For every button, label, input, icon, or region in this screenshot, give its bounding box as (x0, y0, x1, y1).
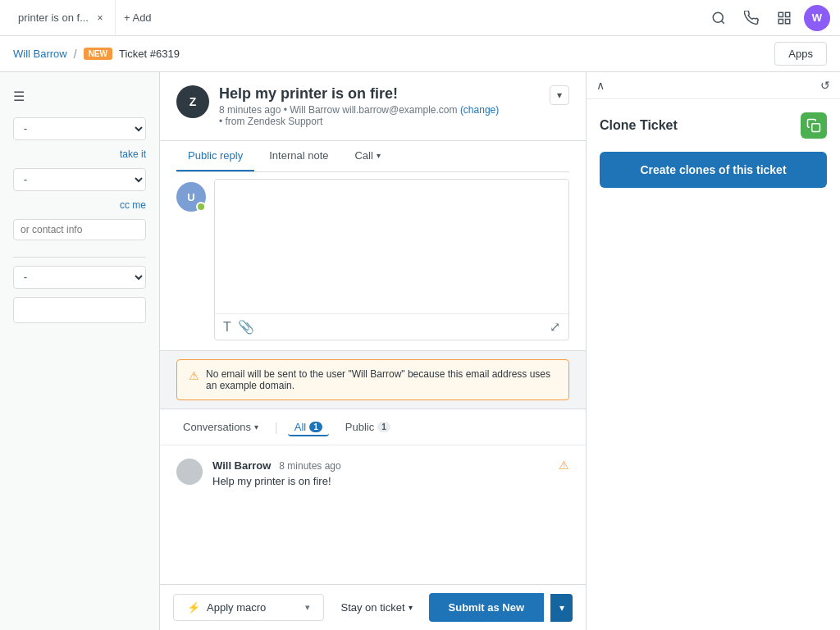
grid-button[interactable] (771, 5, 797, 31)
ticket-email: will.barrow@example.com (342, 104, 457, 116)
text-format-icon[interactable]: T (223, 320, 231, 335)
panel-app-icon (801, 112, 827, 139)
tab-public-reply[interactable]: Public reply (176, 141, 254, 171)
message-dropdown-button[interactable]: ▾ (550, 85, 569, 105)
warning-box: ⚠ No email will be sent to the user "Wil… (176, 359, 569, 400)
tab-internal-note-label: Internal note (269, 149, 328, 162)
conversations-chevron: ▾ (254, 422, 258, 431)
create-clones-button[interactable]: Create clones of this ticket (600, 152, 827, 188)
stay-chevron-icon: ▾ (409, 603, 413, 612)
avatar-initials: W (812, 11, 822, 24)
active-tab[interactable]: printer is on f... × (10, 0, 116, 36)
conv-message-text: Help my printer is on fire! (212, 475, 549, 487)
svg-rect-3 (786, 12, 790, 16)
search-button[interactable] (705, 5, 732, 31)
public-count-badge: 1 (377, 422, 390, 432)
conv-time: 8 minutes ago (279, 460, 340, 472)
ticket-title: Help my printer is on fire! (219, 85, 540, 103)
breadcrumb-link[interactable]: Will Barrow (13, 48, 67, 60)
cc-me-row: cc me (13, 199, 146, 211)
ticket-time: 8 minutes ago (219, 104, 281, 116)
tab-call[interactable]: Call ▾ (343, 141, 391, 171)
tab-call-label: Call (354, 149, 372, 162)
ticket-meta: 8 minutes ago • Will Barrow will.barrow@… (219, 104, 540, 127)
take-it-link[interactable]: take it (120, 148, 146, 160)
add-tab-button[interactable]: + Add (116, 11, 160, 24)
phone-button[interactable] (738, 5, 765, 31)
add-label: + Add (124, 11, 152, 24)
new-badge: NEW (84, 48, 112, 60)
reply-avatar: U (187, 191, 194, 203)
svg-point-0 (713, 12, 723, 22)
phone-icon (744, 11, 759, 25)
reply-area: Public reply Internal note Call ▾ U (160, 141, 586, 351)
extra-field[interactable] (13, 297, 146, 323)
panel-collapse-button[interactable]: ∧ (596, 79, 605, 92)
macro-label: Apply macro (207, 601, 266, 614)
reply-tabs: Public reply Internal note Call ▾ (176, 141, 569, 172)
assignee-select[interactable]: - (13, 117, 146, 140)
public-label: Public (345, 421, 374, 433)
svg-rect-2 (778, 12, 783, 16)
apps-button[interactable]: Apps (774, 42, 827, 66)
message-avatar-initials: Z (189, 95, 197, 108)
top-icons: W (705, 5, 830, 31)
submit-dropdown-button[interactable]: ▾ (550, 594, 573, 622)
main-layout: ☰ - take it - cc me - (0, 72, 840, 630)
warning-icon: ⚠ (189, 369, 199, 382)
hamburger-icon[interactable]: ☰ (0, 82, 159, 111)
change-link[interactable]: (change) (460, 104, 499, 116)
cc-me-link[interactable]: cc me (120, 199, 146, 211)
stay-on-ticket-button[interactable]: Stay on ticket ▾ (331, 595, 422, 620)
conversations-tabs-bar: Conversations ▾ | All 1 Public 1 (160, 409, 586, 445)
reply-toolbar: T 📎 ⤢ (215, 313, 568, 340)
ticket-from: • from Zendesk Support (219, 116, 322, 127)
sidebar-divider (13, 257, 146, 258)
clone-icon (806, 118, 821, 133)
status-select[interactable]: - (13, 168, 146, 191)
take-it-row: take it (13, 148, 146, 160)
conversations-section: Conversations ▾ | All 1 Public 1 Will Ba… (160, 409, 586, 584)
tab-call-chevron: ▾ (377, 151, 381, 160)
svg-rect-5 (778, 19, 783, 23)
expand-icon[interactable]: ⤢ (550, 319, 560, 335)
tab-close-button[interactable]: × (94, 11, 107, 25)
svg-line-1 (721, 21, 724, 23)
conv-warning-icon: ⚠ (559, 459, 569, 487)
panel-refresh-button[interactable]: ↺ (820, 79, 830, 92)
message-header: Z Help my printer is on fire! 8 minutes … (176, 85, 569, 127)
submit-as-new-button[interactable]: Submit as New (429, 593, 544, 622)
type-select[interactable]: - (13, 266, 146, 289)
bottom-bar: ⚡ Apply macro ▾ Stay on ticket ▾ Submit … (160, 584, 586, 630)
attachment-icon[interactable]: 📎 (238, 319, 254, 335)
grid-icon (777, 11, 792, 25)
conversation-message: Will Barrow 8 minutes ago Help my printe… (160, 445, 586, 500)
user-avatar[interactable]: W (804, 5, 830, 31)
submit-dropdown-icon: ▾ (559, 602, 564, 614)
ticket-number: Ticket #6319 (119, 48, 180, 60)
conv-body: Will Barrow 8 minutes ago Help my printe… (212, 459, 549, 487)
message-info: Help my printer is on fire! 8 minutes ag… (219, 85, 540, 127)
tab-label: printer is on f... (18, 11, 89, 24)
panel-top-bar: ∧ ↺ (587, 72, 840, 99)
tab-all[interactable]: All 1 (288, 418, 329, 436)
apply-macro-button[interactable]: ⚡ Apply macro ▾ (173, 594, 324, 621)
conversations-filter[interactable]: Conversations ▾ (176, 418, 265, 436)
reply-textarea[interactable] (215, 180, 568, 311)
contact-info-input[interactable] (13, 219, 146, 240)
top-bar: printer is on f... × + Add W (0, 0, 840, 36)
all-label: All (294, 421, 306, 433)
tab-public[interactable]: Public 1 (339, 418, 397, 436)
sub-nav: Will Barrow / NEW Ticket #6319 Apps (0, 36, 840, 72)
stay-label: Stay on ticket (340, 601, 404, 614)
panel-title: Clone Ticket (600, 118, 678, 133)
panel-header: Clone Ticket (600, 112, 827, 139)
tab-public-reply-label: Public reply (188, 149, 243, 162)
all-count-badge: 1 (309, 422, 322, 432)
conversations-label: Conversations (183, 421, 251, 433)
tab-internal-note[interactable]: Internal note (258, 141, 340, 171)
macro-chevron-icon: ▾ (305, 602, 310, 613)
center-content: Z Help my printer is on fire! 8 minutes … (160, 72, 586, 630)
ticket-message: Z Help my printer is on fire! 8 minutes … (160, 72, 586, 141)
svg-rect-4 (786, 19, 790, 23)
